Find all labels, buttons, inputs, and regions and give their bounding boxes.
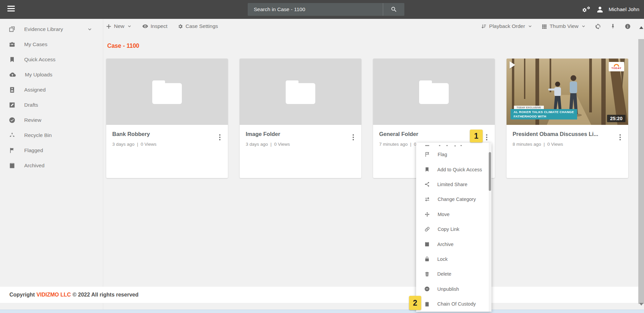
card-meta: 8 minutes ago | 0 Views [513, 142, 622, 147]
scrollbar-thumb[interactable] [638, 39, 644, 304]
menu-item-copy-link[interactable]: Copy Link [416, 222, 491, 237]
menu-item-flag[interactable]: Flag [416, 147, 491, 162]
bookmark-icon [9, 56, 15, 63]
menu-item-archive[interactable]: Archive [416, 237, 491, 251]
sidebar-item-label: Flagged [24, 147, 43, 153]
search-input[interactable] [248, 3, 383, 16]
sidebar-item-flagged[interactable]: Flagged [0, 143, 103, 158]
grid-view-icon [541, 24, 547, 29]
menu-item-add-to-quick-access[interactable]: Add to Quick Access [416, 162, 491, 177]
gear-icon [177, 24, 183, 29]
annotation-badge-2: 2 [409, 296, 421, 310]
card-options-kebab-icon[interactable] [351, 130, 356, 138]
sidebar-item-evidence-library[interactable]: Evidence Library [0, 22, 103, 37]
footer: Copyright VIDIZMO LLC © 2022 All rights … [0, 287, 638, 303]
content-area: New Inspect Case Settings Playback Order [103, 19, 638, 310]
menu-item-move[interactable]: Move [416, 207, 491, 222]
card-image-folder[interactable]: Image Folder 3 days ago | 0 Views [240, 59, 361, 178]
info-icon [625, 23, 631, 30]
context-menu-partial-item [416, 143, 491, 147]
case-settings-button[interactable]: Case Settings [177, 23, 218, 29]
card-title: Image Folder [246, 131, 347, 137]
sidebar-item-my-uploads[interactable]: My Uploads [0, 67, 103, 82]
card-thumbnail [373, 59, 495, 125]
thumb-view-button[interactable]: Thumb View [541, 23, 586, 29]
move-icon [424, 211, 430, 217]
card-video-president-obama[interactable]: TODAY TODAY EXCLUSIVE AL ROKER TALKS CLI… [507, 59, 628, 178]
sidebar-item-review[interactable]: Review [0, 112, 103, 128]
today-logo-sunrise-arc [614, 64, 619, 67]
toolbar-left: New Inspect Case Settings [106, 23, 218, 29]
new-button[interactable]: New [106, 23, 132, 29]
card-options-kebab-icon[interactable] [617, 130, 623, 138]
inspect-button[interactable]: Inspect [142, 23, 167, 29]
horizontal-scrollbar[interactable] [0, 310, 644, 313]
sidebar-item-label: Evidence Library [24, 26, 63, 32]
sidebar-item-my-cases[interactable]: My Cases [0, 37, 103, 52]
sidebar-item-label: My Cases [24, 41, 47, 47]
archive-icon [9, 162, 15, 169]
search-button[interactable] [383, 3, 404, 16]
user-area: Michael John [582, 0, 639, 19]
menu-item-delete[interactable]: Delete [416, 267, 491, 281]
scrollbar-up-arrow[interactable] [639, 26, 643, 29]
flag-outline-icon [424, 151, 430, 158]
sidebar-item-label: Review [24, 117, 41, 123]
sidebar-item-assigned[interactable]: Assigned [0, 82, 103, 97]
admin-settings-button[interactable] [582, 6, 591, 13]
context-menu-scrollbar-thumb[interactable] [489, 152, 491, 191]
pin-button[interactable] [610, 23, 616, 30]
menu-item-limited-share[interactable]: Limited Share [416, 177, 491, 192]
menu-item-chain-of-custody[interactable]: Chain Of Custody [416, 297, 491, 311]
card-title: Bank Robbery [112, 131, 213, 137]
card-title: President Obama Discusses Li... [513, 131, 613, 137]
sidebar-item-label: Assigned [24, 87, 46, 93]
vertical-scrollbar[interactable] [638, 19, 644, 310]
card-options-kebab-icon[interactable] [217, 130, 223, 138]
video-thumbnail: TODAY TODAY EXCLUSIVE AL ROKER TALKS CLI… [507, 59, 628, 125]
id-badge-icon [9, 86, 15, 93]
card-bank-robbery[interactable]: Bank Robbery 3 days ago | 0 Views [106, 59, 228, 178]
menu-item-unpublish[interactable]: Unpublish [416, 282, 491, 297]
block-icon [424, 286, 430, 292]
video-duration-badge: 25:20 [607, 115, 626, 122]
vidizmo-brand-link[interactable]: VIDIZMO LLC [37, 292, 71, 298]
toolbar-right: Playback Order Thumb View [481, 23, 631, 30]
folder-icon [419, 83, 449, 104]
search-icon [391, 6, 397, 13]
playback-order-button[interactable]: Playback Order [481, 23, 533, 29]
hamburger-menu-icon[interactable] [7, 6, 15, 12]
scrollbar-down-arrow[interactable] [639, 303, 643, 306]
search-bar [248, 3, 404, 16]
chevron-down-icon [127, 24, 132, 29]
cogs-icon [582, 6, 591, 13]
card-grid: Bank Robbery 3 days ago | 0 Views Image … [103, 59, 638, 178]
recycle-icon [9, 132, 15, 139]
sidebar-item-label: Drafts [24, 102, 38, 108]
sidebar-item-drafts[interactable]: Drafts [0, 97, 103, 112]
card-thumbnail [240, 59, 361, 125]
folder-icon [286, 83, 315, 104]
vidizmo-app: Michael John Evidence Library My Cases Q… [0, 0, 644, 313]
card-options-kebab-icon[interactable] [484, 130, 489, 138]
sidebar-item-quick-access[interactable]: Quick Access [0, 52, 103, 67]
play-icon [510, 61, 515, 69]
chevron-down-icon [581, 24, 586, 29]
menu-item-change-category[interactable]: Change Category [416, 192, 491, 207]
sidebar-item-recycle-bin[interactable]: Recycle Bin [0, 128, 103, 143]
menu-item-lock[interactable]: Lock [416, 252, 491, 267]
eye-icon [142, 23, 148, 29]
user-menu-button[interactable] [596, 5, 604, 13]
sidebar: Evidence Library My Cases Quick Access M… [0, 19, 103, 313]
copyright-prefix: Copyright [9, 292, 35, 298]
trash-icon [424, 271, 430, 277]
card-meta: 3 days ago | 0 Views [246, 142, 355, 147]
sidebar-item-archived[interactable]: Archived [0, 158, 103, 173]
sort-icon [481, 24, 487, 29]
info-button[interactable] [625, 23, 631, 30]
card-meta: 3 days ago | 0 Views [112, 142, 222, 147]
video-caption-lower-third: AL ROKER TALKS CLIMATE CHANGE FATHERHOOD… [511, 109, 577, 119]
share-icon [424, 181, 430, 187]
refresh-button[interactable] [595, 23, 601, 30]
person-icon [596, 5, 604, 13]
